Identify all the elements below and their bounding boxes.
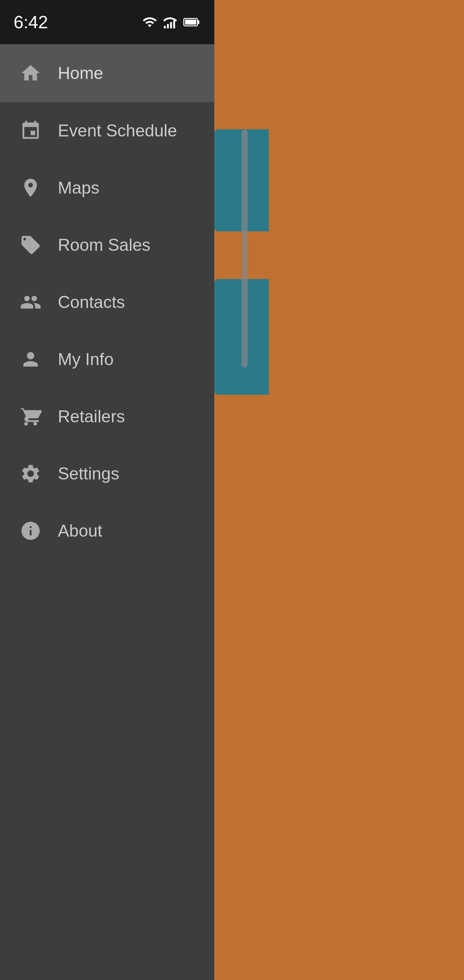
nav-drawer: Home Event Schedule Maps Room Sales — [0, 0, 214, 980]
calendar-icon — [17, 117, 44, 144]
right-panel-scrollbar[interactable] — [242, 129, 248, 368]
sidebar-item-label-home: Home — [58, 63, 103, 83]
sidebar-item-label-retailers: Retailers — [58, 407, 125, 426]
svg-rect-6 — [198, 21, 200, 24]
svg-rect-2 — [170, 22, 172, 28]
svg-rect-1 — [167, 24, 169, 29]
sidebar-item-retailers[interactable]: Retailers — [0, 388, 214, 445]
signal-icon — [163, 14, 178, 30]
wifi-icon — [142, 14, 157, 30]
sidebar-item-my-info[interactable]: My Info — [0, 331, 214, 388]
status-time: 6:42 — [14, 12, 48, 32]
sidebar-item-label-room-sales: Room Sales — [58, 235, 150, 255]
tag-icon — [17, 231, 44, 259]
sidebar-item-label-my-info: My Info — [58, 350, 114, 369]
sidebar-item-label-maps: Maps — [58, 178, 99, 198]
sidebar-item-event-schedule[interactable]: Event Schedule — [0, 102, 214, 159]
sidebar-item-about[interactable]: About — [0, 502, 214, 559]
svg-rect-0 — [164, 26, 166, 28]
sidebar-item-label-about: About — [58, 521, 102, 541]
sidebar-item-label-event-schedule: Event Schedule — [58, 121, 177, 140]
cart-icon — [17, 403, 44, 430]
status-icons — [142, 14, 201, 30]
status-bar: 6:42 — [0, 0, 214, 44]
sidebar-item-settings[interactable]: Settings — [0, 445, 214, 502]
sidebar-item-maps[interactable]: Maps — [0, 159, 214, 216]
person-group-icon — [17, 288, 44, 316]
info-icon — [17, 517, 44, 544]
svg-rect-5 — [185, 20, 196, 25]
home-icon — [17, 60, 44, 87]
person-icon — [17, 346, 44, 373]
map-pin-icon — [17, 174, 44, 202]
sidebar-item-room-sales[interactable]: Room Sales — [0, 216, 214, 274]
svg-rect-3 — [173, 21, 175, 29]
sidebar-item-home[interactable]: Home — [0, 44, 214, 102]
gear-icon — [17, 460, 44, 487]
sidebar-item-contacts[interactable]: Contacts — [0, 274, 214, 331]
sidebar-item-label-settings: Settings — [58, 464, 119, 484]
battery-icon — [183, 14, 201, 30]
sidebar-item-label-contacts: Contacts — [58, 292, 125, 312]
